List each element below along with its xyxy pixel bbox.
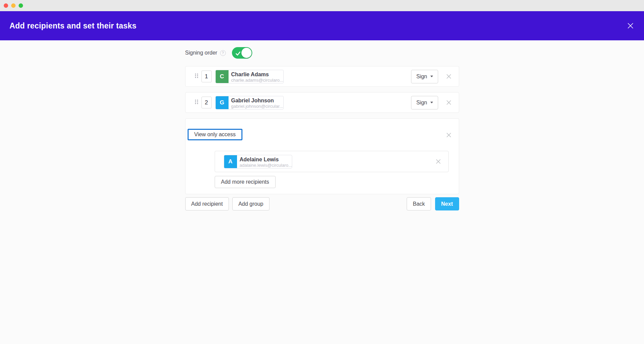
recipient-email: charlie.adams@circularo.... [231,78,281,83]
signing-order-toggle[interactable] [232,47,252,59]
avatar: A [224,155,237,168]
signing-order-row: Signing order ? [185,47,459,59]
avatar: C [216,70,229,83]
recipients-panel: Signing order ? 1 C Charlie Adams charli… [185,40,459,210]
task-dropdown[interactable]: Sign [411,70,438,83]
modal-header: Add recipients and set their tasks [0,11,644,40]
window-controls [4,3,23,8]
remove-recipient-icon[interactable] [446,99,452,106]
task-dropdown-label: Sign [416,74,427,80]
task-dropdown-label: Sign [416,100,427,106]
signing-order-number: 1 [201,70,212,82]
footer-actions: Add recipient Add group Back Next [185,197,459,210]
recipient-chip[interactable]: G Gabriel Johnson gabriel.johnson@circul… [215,96,284,109]
recipient-row: 1 C Charlie Adams charlie.adams@circular… [185,66,459,87]
add-more-recipients-button[interactable]: Add more recipients [215,176,276,188]
chevron-down-icon [430,76,433,77]
window-close-button[interactable] [4,3,8,8]
next-button[interactable]: Next [435,197,459,210]
recipient-row: 2 G Gabriel Johnson gabriel.johnson@circ… [185,92,459,113]
remove-member-icon[interactable] [435,158,442,165]
add-group-button[interactable]: Add group [232,197,270,210]
recipient-email: gabriel.johnson@circular... [231,104,281,109]
close-icon[interactable] [626,22,635,30]
add-recipient-button[interactable]: Add recipient [185,197,229,210]
back-button[interactable]: Back [407,197,431,210]
question-circle-icon[interactable]: ? [220,50,226,56]
view-only-group-card: View only access A Adelaine Lewis adalai… [185,118,459,194]
window-minimize-button[interactable] [11,3,16,8]
window-zoom-button[interactable] [19,3,23,8]
check-icon [236,51,240,57]
recipient-name: Charlie Adams [231,72,281,78]
recipient-email: adalaine.lewis@circularo... [240,163,289,168]
remove-group-icon[interactable] [446,131,452,138]
signing-order-number: 2 [201,97,212,108]
group-member-row: A Adelaine Lewis adalaine.lewis@circular… [215,151,449,172]
recipient-name: Adelaine Lewis [240,157,289,163]
window-titlebar [0,0,644,11]
view-only-access-button[interactable]: View only access [188,129,242,140]
toggle-knob [241,48,252,58]
task-dropdown[interactable]: Sign [411,96,438,109]
recipient-chip[interactable]: C Charlie Adams charlie.adams@circularo.… [215,70,284,83]
recipient-chip[interactable]: A Adelaine Lewis adalaine.lewis@circular… [224,155,292,168]
modal-title: Add recipients and set their tasks [9,21,136,31]
recipient-name: Gabriel Johnson [231,98,281,104]
signing-order-label: Signing order [185,50,217,56]
drag-handle-icon[interactable] [195,74,198,80]
chevron-down-icon [430,102,433,103]
remove-recipient-icon[interactable] [446,73,452,80]
drag-handle-icon[interactable] [195,100,198,106]
avatar: G [216,96,229,109]
